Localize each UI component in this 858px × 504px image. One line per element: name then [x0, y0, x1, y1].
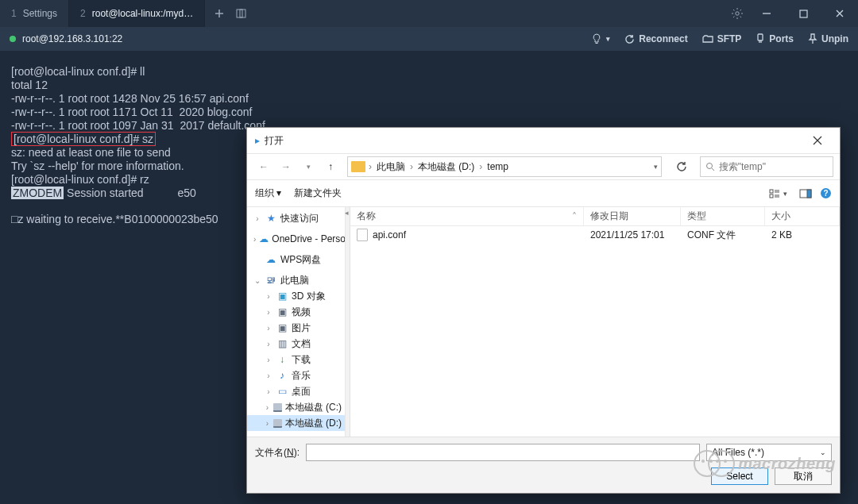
tree-onedrive[interactable]: ›☁OneDrive - Perso [247, 231, 345, 247]
tree-desktop[interactable]: ›▭桌面 [247, 383, 345, 399]
file-icon [357, 229, 368, 241]
file-row[interactable]: api.conf 2021/11/25 17:01 CONF 文件 2 KB [350, 226, 840, 244]
tree-this-pc[interactable]: ⌄🖳此电脑 [247, 272, 345, 288]
tree-3d-objects[interactable]: ›▣3D 对象 [247, 288, 345, 304]
tree-drive-c[interactable]: ›本地磁盘 (C:) [247, 399, 345, 415]
svg-rect-9 [807, 190, 811, 198]
session-toolbar: root@192.168.3.101:22 ▾ Reconnect SFTP P… [0, 27, 858, 51]
status-dot-icon [10, 36, 16, 42]
refresh-icon[interactable] [671, 156, 692, 177]
zmodem-badge: ZMODEM [11, 187, 64, 199]
lightbulb-icon[interactable]: ▾ [591, 33, 610, 44]
dialog-app-icon: ▸ [255, 135, 260, 146]
window-minimize-icon[interactable] [748, 0, 785, 27]
tree-downloads[interactable]: ›↓下载 [247, 352, 345, 367]
nav-back-icon[interactable]: ← [253, 156, 274, 177]
file-filter-select[interactable]: All Files (*.*)⌄ [706, 444, 832, 461]
gear-icon[interactable] [726, 2, 748, 25]
view-mode-button[interactable]: ▾ [765, 187, 791, 201]
svg-rect-4 [758, 34, 763, 40]
dialog-title: 打开 [265, 134, 284, 148]
dialog-nav-bar: ← → ▾ ↑ › 此电脑 › 本地磁盘 (D:) › temp ▾ [247, 153, 840, 180]
folder-icon [351, 161, 365, 172]
dialog-toolbar: 组织 ▾ 新建文件夹 ▾ ? [247, 180, 840, 207]
select-button[interactable]: Select [711, 467, 768, 485]
ports-button[interactable]: Ports [756, 33, 794, 44]
svg-point-5 [707, 164, 713, 169]
help-icon[interactable]: ? [820, 187, 832, 199]
filename-label: 文件名(N): [255, 446, 300, 460]
close-icon[interactable] [802, 129, 833, 152]
filename-input[interactable] [306, 444, 700, 461]
chevron-down-icon[interactable]: ▾ [654, 163, 658, 171]
nav-forward-icon: → [276, 156, 296, 177]
file-header[interactable]: 名称˄ 修改日期 类型 大小 [350, 207, 840, 226]
search-input[interactable] [700, 156, 833, 177]
tree-quick-access[interactable]: ›★快速访问 [247, 210, 345, 226]
folder-tree[interactable]: ›★快速访问 ›☁OneDrive - Perso ☁WPS网盘 ⌄🖳此电脑 ›… [247, 207, 346, 437]
tree-videos[interactable]: ›▣视频 [247, 304, 345, 320]
window-close-icon[interactable] [821, 0, 858, 27]
sftp-button[interactable]: SFTP [702, 33, 742, 44]
nav-history-icon[interactable]: ▾ [298, 156, 319, 177]
new-folder-button[interactable]: 新建文件夹 [294, 187, 342, 200]
reconnect-button[interactable]: Reconnect [624, 33, 687, 44]
svg-rect-6 [770, 190, 773, 193]
tree-documents[interactable]: ›▥文档 [247, 336, 345, 352]
add-tab-icon[interactable] [208, 2, 230, 25]
tab-label: Settings [23, 8, 57, 19]
dialog-footer: 文件名(N): All Files (*.*)⌄ Select 取消 [247, 437, 840, 493]
window-maximize-icon[interactable] [785, 0, 821, 27]
open-file-dialog: ▸ 打开 ← → ▾ ↑ › 此电脑 › 本地磁盘 (D:) › temp ▾ … [246, 127, 841, 494]
file-list: 名称˄ 修改日期 类型 大小 api.conf 2021/11/25 17:01… [350, 207, 840, 437]
tab-terminal[interactable]: 2 root@local-linux:/myd… [69, 0, 205, 27]
host-label: root@192.168.3.101:22 [22, 33, 122, 44]
organize-button[interactable]: 组织 ▾ [255, 187, 281, 200]
svg-rect-3 [800, 10, 807, 17]
preview-pane-icon[interactable] [799, 189, 812, 198]
crumb-segment[interactable]: temp [485, 161, 510, 172]
svg-rect-7 [770, 194, 773, 198]
search-icon [705, 162, 714, 171]
crumb-segment[interactable]: 此电脑 [375, 160, 407, 174]
tab-index: 2 [80, 8, 86, 19]
splitter-handle[interactable] [346, 207, 350, 437]
crumb-segment[interactable]: 本地磁盘 (D:) [416, 160, 476, 174]
tree-music[interactable]: ›♪音乐 [247, 367, 345, 383]
tree-pictures[interactable]: ›▣图片 [247, 320, 345, 336]
tree-drive-d[interactable]: ›本地磁盘 (D:) [247, 415, 345, 431]
highlighted-command: [root@local-linux conf.d]# sz [11, 132, 156, 146]
tab-bar: 1 Settings 2 root@local-linux:/myd… [0, 0, 858, 27]
tab-label: root@local-linux:/myd… [92, 8, 194, 19]
cancel-button[interactable]: 取消 [775, 467, 832, 485]
tab-index: 1 [11, 8, 17, 19]
breadcrumb[interactable]: › 此电脑 › 本地磁盘 (D:) › temp ▾ [347, 156, 662, 177]
svg-text:?: ? [823, 189, 828, 198]
svg-point-2 [736, 12, 739, 15]
tree-wps[interactable]: ☁WPS网盘 [247, 252, 345, 267]
tab-settings[interactable]: 1 Settings [0, 0, 69, 27]
nav-up-icon[interactable]: ↑ [320, 156, 341, 177]
dialog-title-bar[interactable]: ▸ 打开 [247, 128, 840, 153]
tabs-list-icon[interactable] [230, 2, 253, 25]
unpin-button[interactable]: Unpin [808, 33, 848, 44]
